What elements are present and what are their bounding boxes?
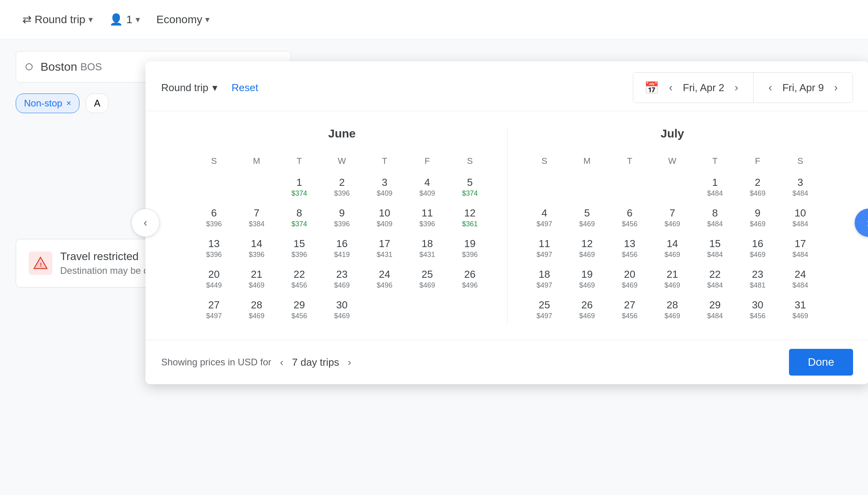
trip-duration-prev-btn[interactable]: ‹ bbox=[276, 354, 287, 371]
july-day-29[interactable]: 29$484 bbox=[694, 295, 737, 324]
july-day-6[interactable]: 6$456 bbox=[609, 203, 651, 232]
june-weekdays: S M T W T F S bbox=[193, 153, 491, 169]
june-day-num-30: 30 bbox=[336, 299, 348, 311]
done-button[interactable]: Done bbox=[789, 349, 853, 376]
june-day-5[interactable]: 5$374 bbox=[449, 172, 491, 202]
july-day-31[interactable]: 31$469 bbox=[779, 295, 822, 324]
june-day-15[interactable]: 15$396 bbox=[278, 234, 321, 263]
july-day-5[interactable]: 5$469 bbox=[566, 203, 609, 232]
july-day-12[interactable]: 12$469 bbox=[566, 234, 609, 263]
july-day-price-4: $497 bbox=[537, 220, 552, 228]
june-day-price-13: $396 bbox=[206, 251, 222, 259]
weekday-f2: F bbox=[736, 153, 779, 169]
july-day-num-12: 12 bbox=[581, 238, 593, 250]
july-day-23[interactable]: 23$481 bbox=[736, 264, 779, 293]
start-date-prev-btn[interactable]: ‹ bbox=[665, 79, 677, 96]
june-day-3[interactable]: 3$409 bbox=[363, 172, 406, 202]
june-day-22[interactable]: 22$456 bbox=[278, 264, 321, 293]
july-day-24[interactable]: 24$484 bbox=[779, 264, 822, 293]
end-date-selector[interactable]: ‹ Fri, Apr 9 › bbox=[753, 73, 853, 103]
weekday-t2: T bbox=[363, 153, 406, 169]
end-date-next-btn[interactable]: › bbox=[830, 79, 842, 96]
june-day-11[interactable]: 11$396 bbox=[406, 203, 449, 232]
june-day-14[interactable]: 14$396 bbox=[235, 234, 278, 263]
june-day-30[interactable]: 30$469 bbox=[321, 295, 364, 324]
june-day-12[interactable]: 12$361 bbox=[449, 203, 491, 232]
july-day-price-9: $469 bbox=[750, 220, 765, 228]
cabin-class-selector[interactable]: Economy ▾ bbox=[150, 10, 217, 29]
june-day-9[interactable]: 9$396 bbox=[321, 203, 364, 232]
july-day-9[interactable]: 9$469 bbox=[736, 203, 779, 232]
july-day-price-7: $469 bbox=[664, 220, 680, 228]
july-day-8[interactable]: 8$484 bbox=[694, 203, 737, 232]
july-day-10[interactable]: 10$484 bbox=[779, 203, 822, 232]
june-day-6[interactable]: 6$396 bbox=[193, 203, 235, 232]
july-day-22[interactable]: 22$484 bbox=[694, 264, 737, 293]
june-day-18[interactable]: 18$431 bbox=[406, 234, 449, 263]
round-trip-selector[interactable]: ⇄ Round trip ▾ bbox=[16, 9, 99, 29]
july-day-26[interactable]: 26$469 bbox=[566, 295, 609, 324]
july-day-25[interactable]: 25$497 bbox=[523, 295, 566, 324]
passengers-selector[interactable]: 👤 1 ▾ bbox=[103, 9, 147, 29]
june-day-7[interactable]: 7$384 bbox=[235, 203, 278, 232]
july-day-7[interactable]: 7$469 bbox=[651, 203, 694, 232]
june-day-13[interactable]: 13$396 bbox=[193, 234, 235, 263]
reset-button[interactable]: Reset bbox=[225, 79, 265, 97]
start-date-selector[interactable]: 📅 ‹ Fri, Apr 2 › bbox=[633, 73, 753, 103]
july-day-18[interactable]: 18$497 bbox=[523, 264, 566, 293]
july-day-num-29: 29 bbox=[709, 299, 721, 311]
calendar-prev-month-btn[interactable]: ‹ bbox=[131, 209, 160, 237]
non-stop-close-icon[interactable]: × bbox=[66, 98, 71, 108]
june-day-25[interactable]: 25$469 bbox=[406, 264, 449, 293]
june-day-24[interactable]: 24$496 bbox=[363, 264, 406, 293]
july-day-4[interactable]: 4$497 bbox=[523, 203, 566, 232]
june-day-17[interactable]: 17$431 bbox=[363, 234, 406, 263]
calendar-round-trip-selector[interactable]: Round trip ▾ bbox=[161, 82, 217, 94]
june-day-23[interactable]: 23$469 bbox=[321, 264, 364, 293]
july-weekdays: S M T W T F S bbox=[523, 153, 822, 169]
non-stop-filter[interactable]: Non-stop × bbox=[16, 94, 79, 113]
july-day-11[interactable]: 11$497 bbox=[523, 234, 566, 263]
july-day-20[interactable]: 20$469 bbox=[609, 264, 651, 293]
july-day-price-1: $484 bbox=[707, 189, 723, 198]
add-filter[interactable]: A bbox=[86, 94, 108, 113]
june-empty-0 bbox=[193, 172, 235, 202]
june-day-21[interactable]: 21$469 bbox=[235, 264, 278, 293]
july-day-15[interactable]: 15$484 bbox=[694, 234, 737, 263]
june-day-29[interactable]: 29$456 bbox=[278, 295, 321, 324]
june-day-20[interactable]: 20$449 bbox=[193, 264, 235, 293]
june-day-1[interactable]: 1$374 bbox=[278, 172, 321, 202]
july-day-19[interactable]: 19$469 bbox=[566, 264, 609, 293]
end-date-prev-btn[interactable]: ‹ bbox=[765, 79, 776, 96]
june-day-price-22: $456 bbox=[291, 281, 307, 290]
june-day-4[interactable]: 4$409 bbox=[406, 172, 449, 202]
june-day-price-12: $361 bbox=[462, 220, 478, 228]
june-day-2[interactable]: 2$396 bbox=[321, 172, 364, 202]
june-day-10[interactable]: 10$409 bbox=[363, 203, 406, 232]
june-day-8[interactable]: 8$374 bbox=[278, 203, 321, 232]
june-day-price-6: $396 bbox=[206, 220, 222, 228]
june-day-16[interactable]: 16$419 bbox=[321, 234, 364, 263]
trip-duration-next-btn[interactable]: › bbox=[344, 354, 355, 371]
july-day-27[interactable]: 27$456 bbox=[609, 295, 651, 324]
july-day-17[interactable]: 17$484 bbox=[779, 234, 822, 263]
july-day-21[interactable]: 21$469 bbox=[651, 264, 694, 293]
july-day-28[interactable]: 28$469 bbox=[651, 295, 694, 324]
july-day-price-27: $456 bbox=[622, 312, 638, 320]
july-day-13[interactable]: 13$456 bbox=[609, 234, 651, 263]
june-day-19[interactable]: 19$396 bbox=[449, 234, 491, 263]
june-day-26[interactable]: 26$496 bbox=[449, 264, 491, 293]
july-day-num-14: 14 bbox=[667, 238, 678, 250]
june-day-price-4: $409 bbox=[419, 189, 435, 198]
july-day-3[interactable]: 3$484 bbox=[779, 172, 822, 202]
june-day-27[interactable]: 27$497 bbox=[193, 295, 235, 324]
july-day-16[interactable]: 16$469 bbox=[736, 234, 779, 263]
july-day-1[interactable]: 1$484 bbox=[694, 172, 737, 202]
start-date-next-btn[interactable]: › bbox=[731, 79, 742, 96]
july-day-2[interactable]: 2$469 bbox=[736, 172, 779, 202]
july-day-30[interactable]: 30$456 bbox=[736, 295, 779, 324]
june-day-num-4: 4 bbox=[425, 176, 430, 189]
july-day-14[interactable]: 14$469 bbox=[651, 234, 694, 263]
june-day-28[interactable]: 28$469 bbox=[235, 295, 278, 324]
june-day-price-17: $431 bbox=[377, 251, 392, 259]
